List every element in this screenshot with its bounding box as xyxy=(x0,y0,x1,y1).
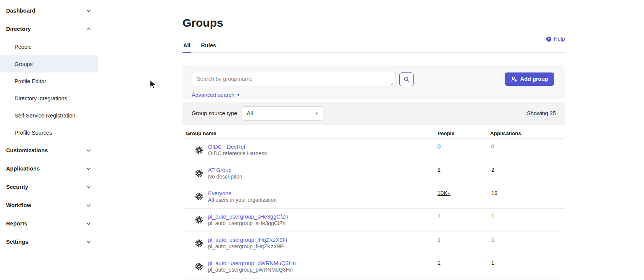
sidebar-item-security[interactable]: Security xyxy=(0,178,98,196)
chevron-down-icon xyxy=(86,148,91,153)
group-icon xyxy=(195,262,203,271)
sidebar-item-label: Dashboard xyxy=(6,8,36,14)
sidebar-item-people[interactable]: People xyxy=(0,38,98,55)
table-row: AT Group No description 2 2 xyxy=(182,162,565,185)
group-description: No description xyxy=(208,174,242,180)
sidebar-item-label: Security xyxy=(6,184,28,190)
sidebar-item-groups[interactable]: Groups xyxy=(0,55,98,72)
sidebar-item-settings[interactable]: Settings xyxy=(0,233,98,251)
people-count-link[interactable]: 10K+ xyxy=(437,190,450,196)
group-name-link[interactable]: OIDC - DevRel xyxy=(208,144,267,150)
group-name-link[interactable]: pl_auto_usergroup_pWRNMuQ3Hn xyxy=(208,260,296,266)
search-input[interactable] xyxy=(192,72,396,87)
showing-count: Showing 25 xyxy=(527,110,556,116)
sidebar: Dashboard Directory People Groups Profil… xyxy=(0,0,98,280)
tab-all[interactable]: All xyxy=(182,42,191,53)
group-icon xyxy=(195,146,203,154)
people-count: 2 xyxy=(437,162,486,185)
applications-count: 19 xyxy=(486,185,565,208)
sidebar-item-label: Reports xyxy=(6,220,27,227)
svg-text:?: ? xyxy=(548,37,550,41)
table-row: pl_auto_usergroup_pWRNMuQ3Hn pl_auto_use… xyxy=(182,255,565,278)
applications-count: 0 xyxy=(486,139,565,162)
sidebar-item-label: Profile Editor xyxy=(15,78,46,84)
people-count: 0 xyxy=(437,139,486,162)
sidebar-item-profile-editor[interactable]: Profile Editor xyxy=(0,72,98,90)
search-icon xyxy=(404,76,410,82)
people-count: 1 xyxy=(437,232,486,255)
advanced-search-link[interactable]: Advanced search ▼ xyxy=(192,92,240,98)
chevron-down-icon xyxy=(86,8,91,13)
table-row: OIDC - DevRel OIDC reference Harness 0 0 xyxy=(182,139,565,162)
column-header-people: People xyxy=(437,130,486,136)
sidebar-item-label: Directory Integrations xyxy=(15,95,67,101)
chevron-down-icon xyxy=(86,221,91,226)
sidebar-item-applications[interactable]: Applications xyxy=(0,159,98,178)
caret-down-icon: ▼ xyxy=(315,111,318,116)
caret-down-icon: ▼ xyxy=(237,93,240,97)
applications-count: 1 xyxy=(486,209,565,232)
chevron-down-icon xyxy=(86,184,91,190)
group-source-type-select[interactable]: All ▼ xyxy=(242,106,323,121)
sidebar-item-label: Applications xyxy=(6,166,40,172)
group-icon xyxy=(195,216,203,224)
groups-table: Group name People Applications OIDC - De… xyxy=(182,128,565,278)
table-row: pl_auto_usergroup_sHe3ggCfZn pl_auto_use… xyxy=(182,209,565,232)
sidebar-item-directory-integrations[interactable]: Directory Integrations xyxy=(0,90,98,107)
column-header-applications: Applications xyxy=(486,130,565,136)
tab-bar: All Rules xyxy=(182,42,565,53)
sidebar-item-label: Customizations xyxy=(6,147,48,153)
sidebar-item-customizations[interactable]: Customizations xyxy=(0,141,98,159)
question-icon: ? xyxy=(546,36,552,42)
group-name-link[interactable]: pl_auto_usergroup_sHe3ggCfZn xyxy=(208,214,288,220)
applications-count: 2 xyxy=(486,162,565,185)
sidebar-item-label: Directory xyxy=(6,26,31,32)
tab-rules[interactable]: Rules xyxy=(200,42,217,53)
sidebar-item-label: Workflow xyxy=(6,202,31,208)
sidebar-item-profile-sources[interactable]: Profile Sources xyxy=(0,124,98,141)
applications-count: 1 xyxy=(486,255,565,278)
sidebar-item-label: Profile Sources xyxy=(15,130,52,136)
sidebar-item-self-service-registration[interactable]: Self-Service Registration xyxy=(0,107,98,124)
group-description: OIDC reference Harness xyxy=(208,150,267,156)
group-source-type-label: Group source type xyxy=(192,110,237,116)
sidebar-item-dashboard[interactable]: Dashboard xyxy=(0,2,98,20)
sidebar-item-workflow[interactable]: Workflow xyxy=(0,196,98,214)
sidebar-item-label: Settings xyxy=(6,239,28,245)
main-area: ? Help Groups All Rules xyxy=(98,0,644,280)
sidebar-item-label: Self-Service Registration xyxy=(15,113,76,119)
people-count: 1 xyxy=(437,255,486,278)
search-card: Add group Advanced search ▼ xyxy=(182,65,565,99)
help-link[interactable]: ? Help xyxy=(546,36,565,42)
people-count: 1 xyxy=(437,209,486,232)
applications-count: 1 xyxy=(486,232,565,255)
chevron-up-icon xyxy=(86,26,91,32)
group-icon xyxy=(195,192,203,201)
table-header: Group name People Applications xyxy=(182,128,565,139)
group-description: pl_auto_usergroup_fHqZKzX9Fi xyxy=(208,243,284,249)
group-description: pl_auto_usergroup_pWRNMuQ3Hn xyxy=(208,267,293,273)
sidebar-item-reports[interactable]: Reports xyxy=(0,214,98,233)
chevron-down-icon xyxy=(86,203,91,208)
chevron-down-icon xyxy=(86,166,91,171)
filter-strip: Group source type All ▼ Showing 25 xyxy=(182,102,565,125)
group-name-link[interactable]: pl_auto_usergroup_fHqZKzX9Fi xyxy=(208,237,287,243)
add-group-button[interactable]: Add group xyxy=(505,72,554,86)
sidebar-item-directory[interactable]: Directory xyxy=(0,20,98,38)
group-description: All users in your organization xyxy=(208,197,277,203)
group-icon xyxy=(195,169,203,178)
group-description: pl_auto_usergroup_sHe3ggCfZn xyxy=(208,220,286,226)
table-row: Everyone All users in your organization … xyxy=(182,185,565,209)
page-title: Groups xyxy=(182,16,565,30)
group-icon xyxy=(195,239,203,248)
search-button[interactable] xyxy=(399,72,414,86)
group-name-link[interactable]: Everyone xyxy=(208,190,277,196)
chevron-down-icon xyxy=(86,239,91,245)
sidebar-item-label: People xyxy=(15,44,32,50)
column-header-group-name: Group name xyxy=(182,130,437,136)
sidebar-item-label: Groups xyxy=(15,61,33,67)
add-user-icon xyxy=(511,76,517,82)
group-name-link[interactable]: AT Group xyxy=(208,167,242,173)
admin-console: Dashboard Directory People Groups Profil… xyxy=(0,0,644,280)
table-row: pl_auto_usergroup_fHqZKzX9Fi pl_auto_use… xyxy=(182,232,565,255)
